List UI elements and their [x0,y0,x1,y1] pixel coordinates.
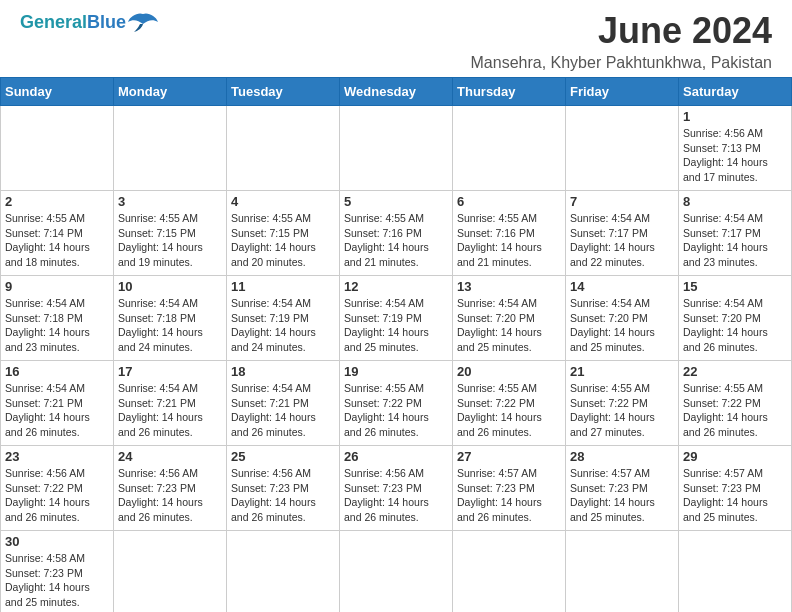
day-number: 26 [344,449,448,464]
day-info: Sunrise: 4:55 AM Sunset: 7:22 PM Dayligh… [570,381,674,440]
week-row-6: 30Sunrise: 4:58 AM Sunset: 7:23 PM Dayli… [1,531,792,613]
calendar-cell [566,531,679,613]
day-number: 4 [231,194,335,209]
logo-general: General [20,12,87,32]
calendar-cell: 22Sunrise: 4:55 AM Sunset: 7:22 PM Dayli… [679,361,792,446]
calendar-cell: 17Sunrise: 4:54 AM Sunset: 7:21 PM Dayli… [114,361,227,446]
day-number: 6 [457,194,561,209]
calendar-cell [679,531,792,613]
day-number: 23 [5,449,109,464]
calendar-cell: 23Sunrise: 4:56 AM Sunset: 7:22 PM Dayli… [1,446,114,531]
day-info: Sunrise: 4:54 AM Sunset: 7:19 PM Dayligh… [231,296,335,355]
logo-blue: Blue [87,12,126,32]
weekday-header-row: SundayMondayTuesdayWednesdayThursdayFrid… [1,78,792,106]
calendar-cell: 15Sunrise: 4:54 AM Sunset: 7:20 PM Dayli… [679,276,792,361]
day-info: Sunrise: 4:55 AM Sunset: 7:16 PM Dayligh… [344,211,448,270]
week-row-2: 2Sunrise: 4:55 AM Sunset: 7:14 PM Daylig… [1,191,792,276]
weekday-header-thursday: Thursday [453,78,566,106]
weekday-header-wednesday: Wednesday [340,78,453,106]
day-info: Sunrise: 4:57 AM Sunset: 7:23 PM Dayligh… [683,466,787,525]
calendar-body: 1Sunrise: 4:56 AM Sunset: 7:13 PM Daylig… [1,106,792,613]
calendar-cell [114,531,227,613]
calendar-cell: 29Sunrise: 4:57 AM Sunset: 7:23 PM Dayli… [679,446,792,531]
calendar-cell: 11Sunrise: 4:54 AM Sunset: 7:19 PM Dayli… [227,276,340,361]
day-number: 22 [683,364,787,379]
calendar-cell: 14Sunrise: 4:54 AM Sunset: 7:20 PM Dayli… [566,276,679,361]
calendar-cell: 30Sunrise: 4:58 AM Sunset: 7:23 PM Dayli… [1,531,114,613]
day-info: Sunrise: 4:55 AM Sunset: 7:22 PM Dayligh… [683,381,787,440]
day-number: 28 [570,449,674,464]
calendar-table: SundayMondayTuesdayWednesdayThursdayFrid… [0,77,792,612]
calendar-cell: 4Sunrise: 4:55 AM Sunset: 7:15 PM Daylig… [227,191,340,276]
day-number: 5 [344,194,448,209]
day-info: Sunrise: 4:55 AM Sunset: 7:16 PM Dayligh… [457,211,561,270]
calendar-cell [453,531,566,613]
calendar-cell [227,106,340,191]
calendar-cell: 6Sunrise: 4:55 AM Sunset: 7:16 PM Daylig… [453,191,566,276]
day-info: Sunrise: 4:55 AM Sunset: 7:15 PM Dayligh… [231,211,335,270]
day-number: 24 [118,449,222,464]
day-info: Sunrise: 4:54 AM Sunset: 7:21 PM Dayligh… [231,381,335,440]
calendar-cell: 2Sunrise: 4:55 AM Sunset: 7:14 PM Daylig… [1,191,114,276]
day-number: 13 [457,279,561,294]
month-year-title: June 2024 [471,10,773,52]
calendar-cell: 5Sunrise: 4:55 AM Sunset: 7:16 PM Daylig… [340,191,453,276]
day-number: 15 [683,279,787,294]
day-info: Sunrise: 4:55 AM Sunset: 7:22 PM Dayligh… [344,381,448,440]
calendar-cell: 20Sunrise: 4:55 AM Sunset: 7:22 PM Dayli… [453,361,566,446]
day-info: Sunrise: 4:54 AM Sunset: 7:20 PM Dayligh… [570,296,674,355]
calendar-cell: 18Sunrise: 4:54 AM Sunset: 7:21 PM Dayli… [227,361,340,446]
calendar-cell: 19Sunrise: 4:55 AM Sunset: 7:22 PM Dayli… [340,361,453,446]
day-number: 27 [457,449,561,464]
calendar-cell [453,106,566,191]
day-info: Sunrise: 4:54 AM Sunset: 7:18 PM Dayligh… [5,296,109,355]
calendar-cell: 7Sunrise: 4:54 AM Sunset: 7:17 PM Daylig… [566,191,679,276]
day-number: 7 [570,194,674,209]
day-info: Sunrise: 4:55 AM Sunset: 7:22 PM Dayligh… [457,381,561,440]
calendar-cell [114,106,227,191]
day-number: 8 [683,194,787,209]
day-number: 21 [570,364,674,379]
day-info: Sunrise: 4:55 AM Sunset: 7:14 PM Dayligh… [5,211,109,270]
day-number: 29 [683,449,787,464]
logo-bird-icon [128,10,158,34]
weekday-header-sunday: Sunday [1,78,114,106]
day-info: Sunrise: 4:55 AM Sunset: 7:15 PM Dayligh… [118,211,222,270]
day-info: Sunrise: 4:54 AM Sunset: 7:17 PM Dayligh… [683,211,787,270]
day-number: 9 [5,279,109,294]
calendar-cell [1,106,114,191]
calendar-cell: 27Sunrise: 4:57 AM Sunset: 7:23 PM Dayli… [453,446,566,531]
day-number: 2 [5,194,109,209]
day-number: 3 [118,194,222,209]
title-section: June 2024 Mansehra, Khyber Pakhtunkhwa, … [471,10,773,72]
day-number: 14 [570,279,674,294]
day-info: Sunrise: 4:56 AM Sunset: 7:23 PM Dayligh… [344,466,448,525]
day-number: 16 [5,364,109,379]
calendar-cell: 9Sunrise: 4:54 AM Sunset: 7:18 PM Daylig… [1,276,114,361]
calendar-cell: 26Sunrise: 4:56 AM Sunset: 7:23 PM Dayli… [340,446,453,531]
weekday-header-friday: Friday [566,78,679,106]
calendar-cell [340,106,453,191]
calendar-cell: 3Sunrise: 4:55 AM Sunset: 7:15 PM Daylig… [114,191,227,276]
week-row-3: 9Sunrise: 4:54 AM Sunset: 7:18 PM Daylig… [1,276,792,361]
day-info: Sunrise: 4:54 AM Sunset: 7:20 PM Dayligh… [457,296,561,355]
calendar-cell: 16Sunrise: 4:54 AM Sunset: 7:21 PM Dayli… [1,361,114,446]
day-info: Sunrise: 4:56 AM Sunset: 7:22 PM Dayligh… [5,466,109,525]
day-number: 11 [231,279,335,294]
calendar-cell: 12Sunrise: 4:54 AM Sunset: 7:19 PM Dayli… [340,276,453,361]
day-info: Sunrise: 4:56 AM Sunset: 7:23 PM Dayligh… [118,466,222,525]
day-number: 18 [231,364,335,379]
day-info: Sunrise: 4:57 AM Sunset: 7:23 PM Dayligh… [457,466,561,525]
calendar-cell: 10Sunrise: 4:54 AM Sunset: 7:18 PM Dayli… [114,276,227,361]
day-number: 10 [118,279,222,294]
week-row-4: 16Sunrise: 4:54 AM Sunset: 7:21 PM Dayli… [1,361,792,446]
calendar-cell [227,531,340,613]
day-info: Sunrise: 4:58 AM Sunset: 7:23 PM Dayligh… [5,551,109,610]
day-info: Sunrise: 4:57 AM Sunset: 7:23 PM Dayligh… [570,466,674,525]
calendar-cell: 1Sunrise: 4:56 AM Sunset: 7:13 PM Daylig… [679,106,792,191]
calendar-cell [340,531,453,613]
day-info: Sunrise: 4:56 AM Sunset: 7:23 PM Dayligh… [231,466,335,525]
calendar-cell: 28Sunrise: 4:57 AM Sunset: 7:23 PM Dayli… [566,446,679,531]
day-info: Sunrise: 4:54 AM Sunset: 7:20 PM Dayligh… [683,296,787,355]
day-info: Sunrise: 4:54 AM Sunset: 7:17 PM Dayligh… [570,211,674,270]
